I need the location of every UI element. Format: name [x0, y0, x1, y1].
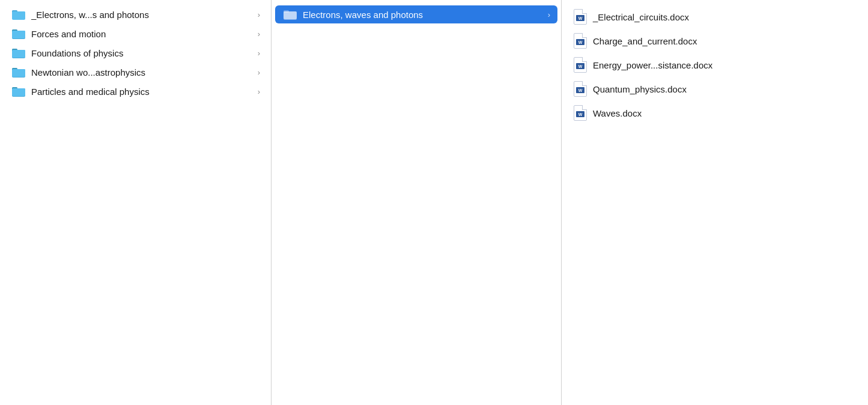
- svg-rect-5: [12, 31, 25, 38]
- word-icon: W: [574, 9, 587, 25]
- word-icon: W: [574, 33, 587, 49]
- word-icon: W: [574, 105, 587, 121]
- folder-item-forces[interactable]: Forces and motion ›: [4, 25, 267, 43]
- chevron-icon: ›: [258, 10, 260, 19]
- file-item-label: Energy_power...sistance.docx: [593, 60, 712, 70]
- column-2: Electrons, waves and photons ›: [272, 0, 562, 405]
- file-item-energy-power[interactable]: W Energy_power...sistance.docx: [565, 53, 864, 76]
- file-item-electrical-circuits[interactable]: W _Electrical_circuits.docx: [565, 5, 864, 28]
- file-item-label: Quantum_physics.docx: [593, 84, 687, 94]
- chevron-icon: ›: [258, 49, 260, 58]
- folder-item-particles[interactable]: Particles and medical physics ›: [4, 82, 267, 100]
- folder-icon: [12, 86, 25, 97]
- folder-item-label: _Electrons, w...s and photons: [31, 10, 255, 20]
- file-item-label: Waves.docx: [593, 108, 642, 118]
- svg-rect-14: [12, 88, 25, 96]
- folder-item-label: Forces and motion: [31, 29, 255, 39]
- svg-rect-2: [12, 11, 25, 19]
- column-1: _Electrons, w...s and photons › Forces a…: [0, 0, 272, 405]
- folder-item-label: Newtonian wo...astrophysics: [31, 67, 255, 78]
- folder-item-electrons[interactable]: _Electrons, w...s and photons ›: [4, 5, 267, 23]
- file-item-label: Charge_and_current.docx: [593, 36, 697, 46]
- chevron-icon: ›: [258, 29, 260, 38]
- svg-rect-17: [284, 11, 297, 19]
- file-item-label: _Electrical_circuits.docx: [593, 12, 689, 22]
- folder-item-newtonian[interactable]: Newtonian wo...astrophysics ›: [4, 63, 267, 81]
- chevron-icon: ›: [548, 10, 550, 19]
- file-item-quantum-physics[interactable]: W Quantum_physics.docx: [565, 78, 864, 100]
- folder-item-label: Electrons, waves and photons: [303, 10, 545, 20]
- folder-icon: [12, 28, 25, 39]
- word-icon: W: [574, 57, 587, 73]
- file-item-charge-current[interactable]: W Charge_and_current.docx: [565, 29, 864, 52]
- folder-item-electrons-waves[interactable]: Electrons, waves and photons ›: [275, 5, 557, 23]
- folder-icon: [284, 9, 297, 20]
- chevron-icon: ›: [258, 68, 260, 77]
- folder-item-foundations[interactable]: Foundations of physics ›: [4, 44, 267, 62]
- file-item-waves[interactable]: W Waves.docx: [565, 102, 864, 124]
- folder-item-label: Foundations of physics: [31, 48, 255, 58]
- folder-icon: [12, 67, 25, 78]
- chevron-icon: ›: [258, 87, 260, 96]
- svg-rect-11: [12, 69, 25, 77]
- folder-item-label: Particles and medical physics: [31, 87, 255, 97]
- column-3: W _Electrical_circuits.docx W Charge_and…: [562, 0, 868, 405]
- folder-icon: [12, 47, 25, 58]
- folder-icon: [12, 9, 25, 20]
- word-icon: W: [574, 81, 587, 97]
- svg-rect-8: [12, 50, 25, 58]
